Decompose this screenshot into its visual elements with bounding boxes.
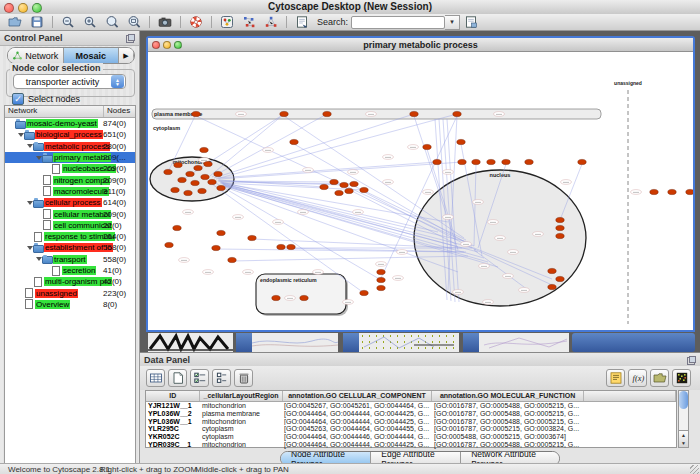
label-list-button[interactable]: [606, 369, 625, 387]
search-dropdown-button[interactable]: ▾: [445, 15, 460, 30]
table-cell[interactable]: YPL036W__2: [146, 410, 200, 418]
network-node[interactable]: [173, 225, 181, 230]
table-cell[interactable]: cytoplasm: [200, 425, 282, 433]
network-node[interactable]: [335, 190, 343, 195]
tree-expander-icon[interactable]: [26, 244, 33, 251]
float-panel-icon[interactable]: [126, 34, 135, 43]
layout-b-button[interactable]: [261, 15, 281, 30]
table-cell[interactable]: [GO:0044464, GO:0044444, GO:0044425, G..…: [282, 418, 432, 426]
table-cell[interactable]: [GO:0016787, GO:0005488, GO:0005215, G..…: [432, 402, 584, 410]
network-node[interactable]: [290, 139, 298, 144]
table-scrollbar[interactable]: ▲▼: [678, 390, 689, 448]
table-cell[interactable]: YKR052C: [146, 433, 200, 441]
attribute-grid-button[interactable]: [146, 369, 165, 387]
network-node[interactable]: [272, 295, 280, 300]
table-cell[interactable]: mitochondrion: [200, 418, 282, 426]
table-cell[interactable]: [GO:0016787, GO:0005488, GO:0005215, G..…: [432, 418, 584, 426]
table-cell[interactable]: mitochondrion: [200, 402, 282, 410]
tree-expander-icon[interactable]: [35, 256, 42, 263]
network-node[interactable]: [171, 187, 179, 192]
table-column-header[interactable]: _cellularLayoutRegion: [200, 391, 282, 401]
network-node[interactable]: [472, 159, 480, 164]
network-node[interactable]: [200, 147, 208, 152]
overview-window-fragment[interactable]: [148, 333, 233, 352]
network-node[interactable]: [214, 171, 222, 176]
network-node[interactable]: [164, 169, 172, 174]
network-node[interactable]: [191, 180, 199, 185]
search-input[interactable]: [351, 16, 445, 29]
network-node[interactable]: [556, 225, 564, 230]
select-nodes-checkbox[interactable]: ✓: [12, 93, 24, 105]
network-node[interactable]: [178, 177, 186, 182]
background-window-fragment[interactable]: [359, 333, 459, 352]
save-button[interactable]: [27, 15, 47, 30]
zoom-selected-button[interactable]: [124, 15, 144, 30]
zoom-out-button[interactable]: [58, 15, 78, 30]
network-node[interactable]: [228, 257, 236, 262]
network-tree-row[interactable]: cell communicat22(0): [5, 220, 135, 231]
network-node[interactable]: [280, 111, 288, 116]
tree-expander-icon[interactable]: [17, 131, 24, 138]
table-column-header[interactable]: [584, 391, 676, 401]
network-tree-row[interactable]: metabolic process280(0): [5, 141, 135, 152]
network-node[interactable]: [668, 189, 676, 194]
network-tree-header[interactable]: Network Nodes: [5, 106, 135, 118]
table-column-header[interactable]: ID: [146, 391, 200, 401]
network-tree-row[interactable]: nitrogen compo209(0): [5, 174, 135, 185]
table-cell[interactable]: mitochondrion: [200, 441, 282, 449]
layout-a-button[interactable]: [239, 15, 259, 30]
table-cell[interactable]: [GO:0016787, GO:0005488, GO:0005215, G..…: [432, 441, 584, 449]
table-cell[interactable]: plasma membrane: [200, 410, 282, 418]
select-attributes-button[interactable]: [190, 369, 209, 387]
network-node[interactable]: [204, 161, 212, 166]
network-node[interactable]: [186, 171, 194, 176]
network-node[interactable]: [650, 189, 658, 194]
network-node[interactable]: [287, 244, 295, 249]
network-node[interactable]: [330, 179, 338, 184]
network-node[interactable]: [360, 187, 368, 192]
network-node[interactable]: [184, 190, 192, 195]
network-node[interactable]: [556, 276, 564, 281]
open-folder-button[interactable]: [5, 15, 25, 30]
background-window-fragment[interactable]: [252, 333, 338, 352]
scrollbar-thumb[interactable]: [679, 391, 688, 409]
background-window-fragment[interactable]: [479, 333, 569, 352]
network-node[interactable]: [217, 185, 225, 190]
network-node[interactable]: [377, 285, 385, 290]
table-row[interactable]: YJR121W__1mitochondrion[GO:0045267, GO:0…: [146, 402, 676, 410]
table-row[interactable]: YPL036W__1mitochondrion[GO:0044464, GO:0…: [146, 418, 676, 426]
network-node[interactable]: [548, 284, 556, 289]
network-node[interactable]: [377, 277, 385, 282]
table-cell[interactable]: YPL036W__1: [146, 418, 200, 426]
table-row[interactable]: YLR295Ccytoplasm[GO:0045263, GO:0044464,…: [146, 425, 676, 433]
network-node[interactable]: [487, 159, 495, 164]
background-window-fragment[interactable]: [236, 333, 252, 352]
network-node[interactable]: [423, 144, 431, 149]
table-cell[interactable]: YJR121W__1: [146, 402, 200, 410]
network-tree-row[interactable]: establishment of lo558(0): [5, 242, 135, 253]
network-node[interactable]: [410, 111, 418, 116]
network-node[interactable]: [686, 189, 693, 194]
network-tree-row[interactable]: Overview8(0): [5, 299, 135, 310]
network-tree-row[interactable]: macromolecule311(0): [5, 186, 135, 197]
table-row[interactable]: YDR039C__1mitochondrion[GO:0044464, GO:0…: [146, 441, 676, 449]
float-panel-icon[interactable]: [687, 356, 696, 365]
table-cell[interactable]: cytoplasm: [200, 433, 282, 441]
network-tree-row[interactable]: biological_process651(0): [5, 129, 135, 140]
network-tree-row[interactable]: mosaic-demo-yeast874(0): [5, 118, 135, 129]
table-cell[interactable]: [GO:0016787, GO:0005488, GO:0005215, G..…: [432, 410, 584, 418]
network-node[interactable]: [198, 188, 206, 193]
network-node[interactable]: [578, 159, 586, 164]
tab-mosaic[interactable]: Mosaic: [64, 48, 120, 63]
vizmapper-button[interactable]: [217, 15, 237, 30]
table-column-header[interactable]: annotation.GO MOLECULAR_FUNCTION: [432, 391, 584, 401]
tree-expander-icon[interactable]: [35, 154, 42, 161]
background-window-fragment[interactable]: [343, 333, 359, 352]
table-cell[interactable]: [GO:0044464, GO:0044444, GO:0044425, G..…: [282, 441, 432, 449]
network-tree-row[interactable]: cellular process614(0): [5, 197, 135, 208]
tree-expander-icon[interactable]: [26, 199, 33, 206]
camera-button[interactable]: [155, 15, 175, 30]
network-node[interactable]: [458, 159, 466, 164]
network-tree-row[interactable]: primary metabo209(...: [5, 152, 135, 163]
scrollbar-arrows[interactable]: ▲▼: [679, 430, 688, 447]
